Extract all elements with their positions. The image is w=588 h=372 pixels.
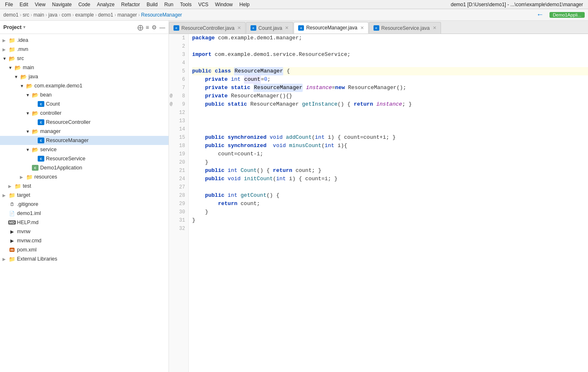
tab-resourcecontroller[interactable]: c ResourceController.java ✕ [169, 22, 246, 34]
tree-item-com-example[interactable]: ▼ 📂 com.example.demo1 [0, 81, 169, 90]
tab-c-icon: c [298, 25, 304, 31]
line-num-30: 30 [169, 208, 188, 216]
tree-item-demo1app[interactable]: c Demo1Application [0, 163, 169, 172]
tree-item-resourcemanager[interactable]: c ResourceManager [0, 136, 169, 145]
line-num-4: 4 [169, 59, 188, 67]
tree-item-manager[interactable]: ▼ 📂 manager [0, 127, 169, 136]
code-line-14 [192, 125, 588, 133]
folder-icon: 📂 [8, 56, 16, 62]
breadcrumb-item-resourcemanager[interactable]: ResourceManager [141, 12, 182, 18]
menu-edit[interactable]: Edit [16, 2, 31, 7]
main-area: Project ▾ ⨁ ≡ ⚙ — ▶ 📁 .idea ▶ 📁 .mvn [0, 21, 588, 372]
tree-label: External Libraries [17, 256, 57, 262]
tab-close-icon[interactable]: ✕ [237, 25, 241, 31]
tab-c-icon: c [374, 25, 379, 31]
code-line-7: private static ResourceManager instance=… [192, 84, 588, 92]
breadcrumb-item-com[interactable]: com [62, 12, 71, 18]
collapse-icon[interactable]: ≡ [146, 24, 149, 31]
tree-item-extlibs[interactable]: ▶ 📁 External Libraries [0, 254, 169, 263]
sidebar-dropdown-icon[interactable]: ▾ [23, 24, 26, 30]
line-num-3: 3 [169, 51, 188, 59]
tab-count[interactable]: c Count.java ✕ [246, 22, 293, 34]
tree-label: manager [40, 128, 60, 134]
breadcrumb-item-example[interactable]: example [75, 12, 94, 18]
tab-resourceservice[interactable]: c ResourceService.java ✕ [369, 22, 441, 34]
tab-resourcemanager[interactable]: c ResourceManager.java ✕ [294, 22, 368, 34]
breadcrumb-item-main[interactable]: main [34, 12, 44, 18]
settings-icon[interactable]: ⚙ [152, 24, 157, 31]
breadcrumb-item-src[interactable]: src [23, 12, 29, 18]
breadcrumb-item-manager[interactable]: manager [117, 12, 137, 18]
code-content[interactable]: package com.example.demo1.manager; impor… [189, 34, 588, 372]
hide-icon[interactable]: — [159, 24, 165, 31]
menu-view[interactable]: View [31, 2, 49, 7]
menu-code[interactable]: Code [75, 2, 94, 7]
tree-item-resourcecontroller[interactable]: c ResourceController [0, 118, 169, 127]
menu-analyze[interactable]: Analyze [94, 2, 118, 7]
tree-item-mvn[interactable]: ▶ 📁 .mvn [0, 45, 169, 54]
line-num-6: 6 [169, 75, 188, 84]
tree-label: target [17, 192, 30, 198]
tree-label: pom.xml [17, 247, 36, 253]
tree-item-bean[interactable]: ▼ 📂 bean [0, 90, 169, 99]
tree-item-target[interactable]: ▶ 📁 target [0, 191, 169, 200]
tree-item-service[interactable]: ▼ 📂 service [0, 145, 169, 154]
tree-item-test[interactable]: ▶ 📁 test [0, 181, 169, 191]
menu-refactor[interactable]: Refactor [118, 2, 143, 7]
tree-item-java[interactable]: ▼ 📂 java [0, 72, 169, 81]
tab-close-icon[interactable]: ✕ [433, 25, 436, 31]
tree-label: Demo1Application [40, 165, 82, 171]
line-num-5: 5 [169, 67, 188, 75]
sidebar-title: Project [3, 24, 22, 30]
tree-item-demo1iml[interactable]: 📄 demo1.iml [0, 209, 169, 218]
tree-label: src [17, 56, 24, 61]
tree-item-main[interactable]: ▼ 📂 main [0, 63, 169, 72]
line-num-21: 21 [169, 167, 188, 175]
tab-close-icon[interactable]: ✕ [285, 25, 289, 31]
code-editor[interactable]: 1 2 3 4 5 6 7 8@ 9@ 12 13 14 15 18 19 20… [169, 34, 588, 372]
menu-tools[interactable]: Tools [177, 2, 195, 7]
code-line-30: } [192, 208, 588, 216]
tree-label: .mvn [17, 46, 28, 52]
menu-window[interactable]: Window [212, 2, 236, 7]
menu-build[interactable]: Build [143, 2, 161, 7]
tab-close-icon[interactable]: ✕ [360, 25, 364, 31]
menu-vcs[interactable]: VCS [195, 2, 212, 7]
menu-navigate[interactable]: Navigate [49, 2, 75, 7]
tree-item-resources[interactable]: ▶ 📁 resources [0, 172, 169, 181]
tree-label: com.example.demo1 [34, 83, 82, 89]
tree-item-count[interactable]: c Count [0, 99, 169, 109]
menu-file[interactable]: File [2, 2, 16, 7]
code-line-20: } [192, 158, 588, 167]
tree-label: demo1.iml [17, 210, 41, 216]
code-line-29: return count; [192, 200, 588, 208]
tab-label: ResourceController.java [181, 25, 234, 31]
tree-label: resources [34, 174, 57, 180]
tree-item-resourceservice[interactable]: c ResourceService [0, 154, 169, 163]
code-line-9: public static ResourceManager getInstanc… [192, 100, 588, 109]
tree-item-mvnwcmd[interactable]: ▶ mvnw.cmd [0, 236, 169, 245]
tree-item-src[interactable]: ▼ 📂 src [0, 54, 169, 63]
tree-item-controller[interactable]: ▼ 📂 controller [0, 109, 169, 118]
line-num-12: 12 [169, 109, 188, 117]
tree-item-idea[interactable]: ▶ 📁 .idea [0, 36, 169, 45]
code-line-18: public synchronized void minusCount(int … [192, 142, 588, 150]
tree-item-helpmd[interactable]: MD HELP.md [0, 218, 169, 227]
folder-icon: 📂 [31, 147, 39, 153]
line-num-20: 20 [169, 158, 188, 167]
back-icon[interactable]: ← [536, 10, 544, 19]
tree-label: ResourceService [46, 156, 85, 162]
menu-run[interactable]: Run [161, 2, 177, 7]
tree-item-mvnw[interactable]: ▶ mvnw [0, 227, 169, 236]
tree-label: ResourceController [46, 119, 91, 125]
menu-help[interactable]: Help [236, 2, 253, 7]
breadcrumb-item-demo1[interactable]: demo1 [3, 12, 19, 18]
tree-label: bean [40, 92, 52, 98]
tree-item-pomxml[interactable]: m pom.xml [0, 245, 169, 254]
tree-item-gitignore[interactable]: 🗒 .gitignore [0, 200, 169, 209]
line-num-14: 14 [169, 125, 188, 133]
run-icon[interactable]: Demo1Appli... [549, 12, 585, 18]
breadcrumb-item-java[interactable]: java [48, 12, 58, 18]
locate-icon[interactable]: ⨁ [137, 24, 143, 31]
breadcrumb-item-demo1b[interactable]: demo1 [98, 12, 113, 18]
